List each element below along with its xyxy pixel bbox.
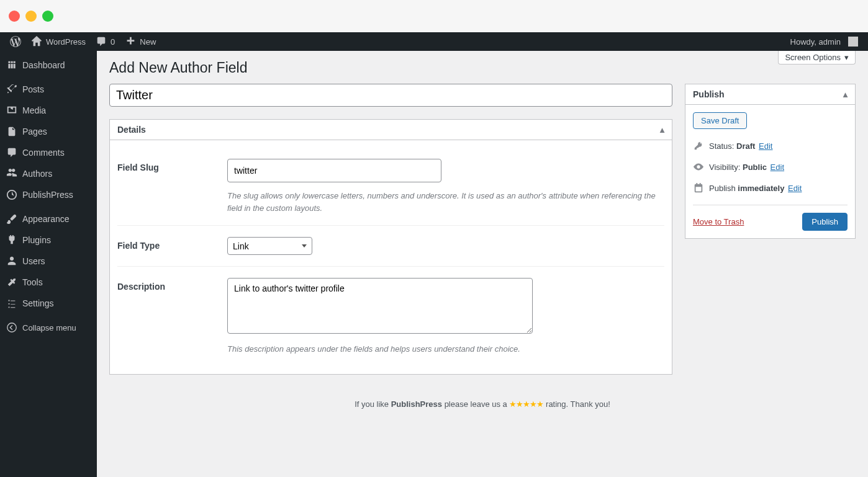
visibility-label: Visibility: bbox=[709, 163, 740, 172]
calendar-icon bbox=[693, 182, 704, 194]
sidebar-item-label: Users bbox=[22, 256, 45, 266]
details-heading: Details bbox=[117, 125, 146, 135]
screen-options-label: Screen Options bbox=[785, 53, 841, 62]
footer-post: rating. Thank you! bbox=[543, 399, 610, 409]
user-icon bbox=[6, 256, 17, 267]
admin-sidebar: Dashboard Posts Media Pages Comments Aut… bbox=[0, 51, 97, 477]
sidebar-item-label: Pages bbox=[22, 127, 47, 136]
footer-text: If you like PublishPress please leave us… bbox=[109, 375, 856, 415]
window-close-button[interactable] bbox=[9, 11, 20, 22]
sidebar-item-settings[interactable]: Settings bbox=[0, 293, 97, 314]
details-header: Details ▴ bbox=[110, 120, 672, 140]
page-title: Add New Author Field bbox=[109, 51, 856, 84]
publish-button[interactable]: Publish bbox=[802, 213, 848, 231]
sidebar-item-label: PublishPress bbox=[22, 190, 73, 200]
footer-mid: please leave us a bbox=[442, 399, 509, 409]
dashboard-icon bbox=[6, 60, 17, 71]
move-to-trash-link[interactable]: Move to Trash bbox=[693, 217, 744, 226]
publish-heading: Publish bbox=[693, 89, 725, 99]
visibility-value: Public bbox=[743, 163, 767, 172]
sidebar-item-label: Appearance bbox=[22, 214, 70, 224]
publishpress-icon bbox=[6, 189, 17, 200]
avatar bbox=[848, 37, 858, 47]
comments-link[interactable]: 0 bbox=[91, 32, 120, 51]
sliders-icon bbox=[6, 298, 17, 309]
pin-icon bbox=[6, 84, 17, 95]
sidebar-item-label: Media bbox=[22, 105, 46, 115]
new-link[interactable]: New bbox=[120, 32, 161, 51]
collapse-label: Collapse menu bbox=[22, 323, 76, 332]
schedule-value: immediately bbox=[738, 184, 784, 193]
description-textarea[interactable] bbox=[227, 278, 533, 334]
browser-chrome bbox=[0, 0, 868, 32]
comment-icon bbox=[6, 147, 17, 158]
screen-options-toggle[interactable]: Screen Options ▾ bbox=[778, 51, 856, 65]
wrench-icon bbox=[6, 277, 17, 288]
plug-icon bbox=[6, 234, 17, 246]
details-box: Details ▴ Field Slug The slug allows onl… bbox=[109, 119, 672, 375]
sidebar-item-posts[interactable]: Posts bbox=[0, 79, 97, 100]
eye-icon bbox=[693, 161, 704, 172]
sidebar-item-users[interactable]: Users bbox=[0, 251, 97, 272]
admin-bar: WordPress 0 New Howdy, admin bbox=[0, 32, 868, 51]
status-edit-link[interactable]: Edit bbox=[759, 141, 772, 151]
sidebar-item-comments[interactable]: Comments bbox=[0, 142, 97, 163]
site-name: WordPress bbox=[46, 37, 86, 47]
field-slug-description: The slug allows only lowercase letters, … bbox=[227, 190, 662, 214]
home-icon bbox=[31, 36, 42, 47]
sidebar-item-label: Settings bbox=[22, 298, 54, 308]
brush-icon bbox=[6, 213, 17, 225]
sidebar-item-pages[interactable]: Pages bbox=[0, 121, 97, 142]
key-icon bbox=[693, 140, 704, 151]
status-label: Status: bbox=[709, 141, 734, 151]
save-draft-button[interactable]: Save Draft bbox=[693, 112, 747, 129]
wordpress-icon bbox=[10, 36, 21, 47]
comments-count: 0 bbox=[111, 37, 115, 47]
wp-logo[interactable] bbox=[5, 32, 26, 51]
sidebar-item-media[interactable]: Media bbox=[0, 100, 97, 121]
chevron-down-icon: ▾ bbox=[844, 53, 849, 62]
details-toggle[interactable]: ▴ bbox=[660, 125, 664, 135]
collapse-menu[interactable]: Collapse menu bbox=[0, 317, 97, 338]
main-content: Screen Options ▾ Add New Author Field De… bbox=[97, 51, 868, 477]
publish-toggle[interactable]: ▴ bbox=[843, 89, 848, 99]
schedule-edit-link[interactable]: Edit bbox=[788, 184, 802, 193]
status-value: Draft bbox=[736, 141, 755, 151]
sidebar-item-label: Tools bbox=[22, 277, 43, 287]
sidebar-item-plugins[interactable]: Plugins bbox=[0, 230, 97, 251]
sidebar-item-appearance[interactable]: Appearance bbox=[0, 208, 97, 230]
site-link[interactable]: WordPress bbox=[26, 32, 91, 51]
field-type-label: Field Type bbox=[117, 237, 227, 255]
groups-icon bbox=[6, 168, 17, 179]
description-label: Description bbox=[117, 278, 227, 355]
sidebar-item-dashboard[interactable]: Dashboard bbox=[0, 55, 97, 76]
plus-icon bbox=[125, 36, 136, 47]
publish-box: Publish ▴ Save Draft Status: Draft Edit bbox=[685, 84, 856, 239]
sidebar-item-label: Dashboard bbox=[22, 60, 65, 70]
sidebar-item-label: Plugins bbox=[22, 235, 51, 245]
user-menu[interactable]: Howdy, admin bbox=[785, 32, 863, 51]
svg-point-1 bbox=[7, 323, 16, 332]
sidebar-item-authors[interactable]: Authors bbox=[0, 163, 97, 184]
sidebar-item-label: Comments bbox=[22, 148, 65, 158]
window-maximize-button[interactable] bbox=[42, 11, 53, 22]
sidebar-item-tools[interactable]: Tools bbox=[0, 272, 97, 293]
schedule-label: Publish bbox=[709, 184, 736, 193]
comment-icon bbox=[96, 36, 107, 47]
description-help: This description appears under the field… bbox=[227, 343, 662, 355]
field-slug-input[interactable] bbox=[227, 159, 441, 182]
window-minimize-button[interactable] bbox=[25, 11, 37, 22]
rating-stars[interactable]: ★★★★★ bbox=[509, 399, 543, 409]
title-input[interactable] bbox=[109, 84, 672, 107]
howdy-text: Howdy, admin bbox=[790, 37, 841, 47]
field-slug-label: Field Slug bbox=[117, 159, 227, 214]
collapse-icon bbox=[6, 322, 17, 333]
field-type-select[interactable]: Link bbox=[227, 237, 312, 255]
page-icon bbox=[6, 126, 17, 137]
sidebar-item-publishpress[interactable]: PublishPress bbox=[0, 184, 97, 205]
sidebar-item-label: Authors bbox=[22, 169, 52, 179]
visibility-edit-link[interactable]: Edit bbox=[771, 163, 784, 172]
new-label: New bbox=[140, 37, 156, 47]
publish-header: Publish ▴ bbox=[685, 84, 855, 105]
media-icon bbox=[6, 105, 17, 116]
